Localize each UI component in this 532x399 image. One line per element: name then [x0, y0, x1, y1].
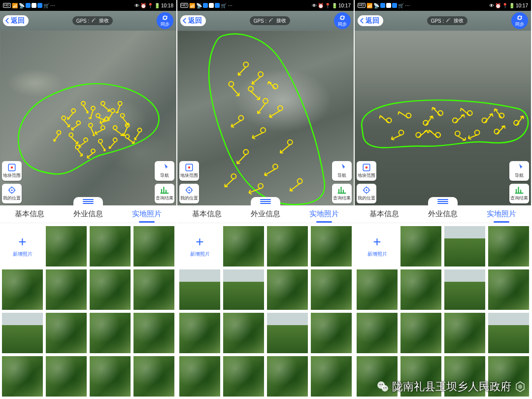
photo-thumb[interactable] [179, 356, 220, 397]
photo-thumb[interactable] [179, 269, 220, 310]
map-view[interactable]: 地块范围 我的位置 导航 查询结果 [0, 31, 176, 205]
photo-thumb[interactable] [90, 269, 131, 310]
nav-button[interactable]: 导航 [332, 161, 352, 181]
svg-point-37 [273, 164, 278, 169]
tab-basic[interactable]: 基本信息 [13, 207, 46, 221]
sheet-handle[interactable] [73, 197, 103, 205]
map-left-buttons: 地块范围 我的位置 [179, 161, 199, 203]
photo-thumb[interactable] [46, 356, 87, 397]
battery-icon: 🔋 [332, 3, 337, 8]
tab-field[interactable]: 外业信息 [426, 207, 460, 221]
tab-basic[interactable]: 基本信息 [190, 207, 224, 221]
photo-thumb[interactable] [357, 356, 398, 397]
svg-point-40 [231, 174, 236, 179]
result-button[interactable]: 查询结果 [332, 184, 352, 203]
alarm-icon: ⏰ [318, 3, 324, 8]
photo-thumb[interactable] [267, 269, 308, 310]
photo-thumb[interactable] [444, 226, 485, 266]
extent-button[interactable]: 地块范围 [357, 161, 376, 181]
photo-thumb[interactable] [311, 269, 352, 310]
svg-point-46 [189, 190, 190, 191]
sync-button[interactable]: 同步 [157, 12, 173, 29]
back-button[interactable]: 返回 [3, 15, 29, 26]
photo-thumb[interactable] [133, 313, 174, 353]
result-button[interactable]: 查询结果 [155, 184, 174, 203]
photo-thumb[interactable] [267, 226, 308, 266]
photo-thumb[interactable] [90, 313, 131, 353]
extent-button[interactable]: 地块范围 [2, 161, 22, 181]
tab-photo[interactable]: 实地照片 [485, 207, 518, 221]
phone-screen-3: HD 📶 📡 🛒 ⋯ 👁 ⏰ 📍 🔋 10:17 返回 GPS : 接收 [355, 0, 532, 399]
map-view[interactable]: 地块范围 我的位置 导航 查询结果 [355, 31, 531, 205]
photo-thumb[interactable] [400, 356, 441, 397]
photo-thumb[interactable] [444, 356, 485, 397]
photo-thumb[interactable] [223, 269, 264, 310]
add-photo-button[interactable]: +新增照片 [357, 226, 398, 266]
photo-thumb[interactable] [133, 226, 174, 266]
photo-grid[interactable]: +新增照片 [355, 223, 531, 399]
tab-field[interactable]: 外业信息 [249, 207, 282, 221]
back-button[interactable]: 返回 [358, 15, 383, 26]
photo-thumb[interactable] [46, 269, 87, 310]
sync-button[interactable]: 同步 [334, 12, 351, 29]
photo-thumb[interactable] [267, 356, 308, 397]
photo-thumb[interactable] [267, 313, 308, 353]
photo-thumb[interactable] [179, 313, 220, 353]
map-left-buttons: 地块范围 我的位置 [2, 161, 22, 203]
photo-thumb[interactable] [488, 313, 529, 353]
tab-photo[interactable]: 实地照片 [307, 207, 341, 221]
add-photo-button[interactable]: + 新增照片 [2, 226, 43, 266]
photo-thumb[interactable] [488, 269, 529, 310]
photo-thumb[interactable] [2, 269, 43, 310]
photo-thumb[interactable] [400, 313, 441, 353]
photo-grid[interactable]: +新增照片 [177, 223, 354, 399]
sheet-handle[interactable] [251, 197, 280, 205]
nav-button[interactable]: 导航 [509, 161, 529, 181]
extent-button[interactable]: 地块范围 [179, 161, 199, 181]
photo-thumb[interactable] [2, 356, 43, 397]
add-photo-button[interactable]: +新增照片 [179, 226, 220, 266]
app-header: 返回 GPS : 接收 同步 [0, 11, 176, 31]
status-time: 10:17 [338, 3, 351, 8]
photo-thumb[interactable] [311, 356, 352, 397]
svg-point-22 [75, 145, 79, 149]
photo-thumb[interactable] [223, 226, 264, 266]
back-button[interactable]: 返回 [180, 15, 206, 26]
photo-grid[interactable]: + 新增照片 [0, 223, 176, 399]
sheet-handle[interactable] [428, 197, 458, 205]
map-view[interactable]: 地块范围 我的位置 导航 查询结果 [177, 31, 354, 205]
svg-point-1 [81, 101, 85, 105]
photo-thumb[interactable] [400, 226, 441, 266]
photo-thumb[interactable] [2, 313, 43, 353]
photo-thumb[interactable] [311, 226, 352, 266]
photo-thumb[interactable] [90, 356, 131, 397]
result-button[interactable]: 查询结果 [509, 184, 529, 203]
nav-button[interactable]: 导航 [155, 161, 174, 181]
photo-thumb[interactable] [444, 269, 485, 310]
tab-photo[interactable]: 实地照片 [130, 207, 164, 221]
photo-thumb[interactable] [400, 269, 441, 310]
photo-thumb[interactable] [357, 313, 398, 353]
mypos-button[interactable]: 我的位置 [2, 184, 22, 203]
photo-thumb[interactable] [46, 313, 87, 353]
tab-field[interactable]: 外业信息 [71, 207, 105, 221]
photo-thumb[interactable] [357, 269, 398, 310]
photo-thumb[interactable] [488, 226, 529, 266]
mypos-button[interactable]: 我的位置 [179, 184, 199, 203]
svg-point-29 [258, 72, 263, 77]
svg-point-33 [238, 116, 243, 121]
mypos-button[interactable]: 我的位置 [357, 184, 376, 203]
photo-thumb[interactable] [46, 226, 87, 266]
photo-thumb[interactable] [223, 356, 264, 397]
photo-thumb[interactable] [133, 356, 174, 397]
photo-thumb[interactable] [488, 356, 529, 397]
sync-button[interactable]: 同步 [511, 12, 528, 29]
photo-thumb[interactable] [311, 313, 352, 353]
photo-thumb[interactable] [444, 313, 485, 353]
photo-thumb[interactable] [223, 313, 264, 353]
tab-basic[interactable]: 基本信息 [367, 207, 401, 221]
svg-point-59 [455, 131, 460, 136]
photo-thumb[interactable] [90, 226, 131, 266]
app-header: 返回 GPS : 接收 同步 [177, 11, 354, 31]
photo-thumb[interactable] [133, 269, 174, 310]
